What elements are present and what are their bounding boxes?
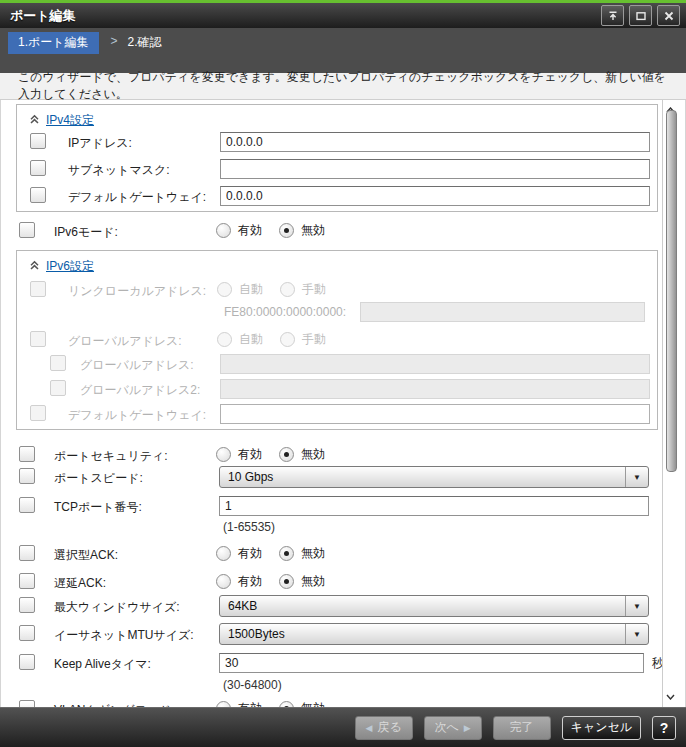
- keep-alive-hint-row: (30-64800): [1, 676, 685, 698]
- global-address-2-checkbox[interactable]: [50, 380, 66, 396]
- chevron-down-icon: ▼: [633, 473, 641, 482]
- ipv6-mode-label: IPv6モード:: [54, 224, 118, 241]
- subnet-mask-row: サブネットマスク:: [17, 158, 657, 180]
- next-button[interactable]: 次へ ▶: [424, 716, 482, 740]
- global-address-1-input[interactable]: [220, 354, 650, 374]
- tcp-port-checkbox[interactable]: [19, 497, 35, 513]
- ip-address-checkbox[interactable]: [30, 133, 46, 149]
- collapse-section-icon[interactable]: [29, 260, 40, 274]
- global-address-1-checkbox[interactable]: [50, 355, 66, 371]
- port-speed-select[interactable]: 10 Gbps ▼: [219, 466, 649, 488]
- selective-ack-row: 選択型ACK: 有効 無効: [1, 543, 685, 565]
- link-local-address-input[interactable]: [360, 302, 645, 322]
- wizard-instruction-text: このウィザードで、プロパティを変更できます。変更したいプロパティのチェックボック…: [0, 73, 686, 100]
- vlan-tagging-row: VLANタギングモード: 有効 無効: [1, 698, 685, 707]
- finish-button[interactable]: 完了: [493, 716, 551, 740]
- ipv6-mode-checkbox[interactable]: [19, 222, 35, 238]
- link-local-manual-radio[interactable]: 手動: [280, 281, 326, 298]
- tcp-port-input[interactable]: [219, 496, 649, 516]
- max-window-label: 最大ウィンドウサイズ:: [54, 599, 180, 616]
- max-window-checkbox[interactable]: [19, 597, 35, 613]
- link-local-checkbox[interactable]: [30, 281, 46, 297]
- link-local-value-row: FE80:0000:0000:0000:: [17, 301, 657, 323]
- scrollbar-thumb[interactable]: [666, 110, 677, 472]
- global-address-label: グローバルアドレス:: [68, 333, 182, 350]
- mtu-value: 1500Bytes: [220, 627, 625, 641]
- keep-alive-checkbox[interactable]: [19, 654, 35, 670]
- step-1-edit-port[interactable]: 1.ポート編集: [8, 32, 99, 54]
- global-address-checkbox[interactable]: [30, 331, 46, 347]
- chevron-down-icon: ▼: [633, 630, 641, 639]
- global-auto-radio[interactable]: 自動: [217, 331, 263, 348]
- vlan-disabled-radio[interactable]: 無効: [279, 700, 325, 707]
- global-address-2-input[interactable]: [220, 379, 650, 399]
- global-address-2-label: グローバルアドレス2:: [80, 382, 200, 399]
- global-manual-radio[interactable]: 手動: [280, 331, 326, 348]
- dialog-footer: ◀ 戻る 次へ ▶ 完了 キャンセル ?: [0, 707, 686, 747]
- ipv6-gateway-checkbox[interactable]: [30, 405, 46, 421]
- close-window-button[interactable]: [657, 5, 680, 26]
- ipv6-gateway-input[interactable]: [220, 404, 650, 424]
- fe80-prefix-label: FE80:0000:0000:0000:: [224, 305, 346, 319]
- dropdown-button[interactable]: ▼: [625, 467, 648, 487]
- subnet-mask-input[interactable]: [220, 159, 650, 179]
- vlan-tagging-label: VLANタギングモード:: [54, 702, 174, 707]
- port-security-disabled-radio[interactable]: 無効: [279, 446, 325, 463]
- selective-ack-disabled-radio[interactable]: 無効: [279, 545, 325, 562]
- port-speed-checkbox[interactable]: [19, 468, 35, 484]
- selective-ack-checkbox[interactable]: [19, 545, 35, 561]
- max-window-row: 最大ウィンドウサイズ: 64KB ▼: [1, 595, 685, 617]
- port-security-enabled-radio[interactable]: 有効: [216, 446, 262, 463]
- collapse-section-icon[interactable]: [29, 114, 40, 128]
- help-button[interactable]: ?: [652, 716, 676, 740]
- collapse-window-button[interactable]: [601, 5, 624, 26]
- mtu-checkbox[interactable]: [19, 625, 35, 641]
- tcp-port-row: TCPポート番号:: [1, 495, 685, 517]
- ipv6-mode-enabled-radio[interactable]: 有効: [216, 222, 262, 239]
- ipv6-settings-link[interactable]: IPv6設定: [46, 258, 94, 275]
- scroll-down-icon[interactable]: [666, 689, 675, 703]
- radio-icon: [216, 701, 231, 707]
- cancel-button[interactable]: キャンセル: [562, 716, 641, 740]
- vlan-enabled-radio[interactable]: 有効: [216, 700, 262, 707]
- global-address-2-row: グローバルアドレス2:: [17, 378, 657, 400]
- max-window-select[interactable]: 64KB ▼: [219, 595, 649, 617]
- finish-button-label: 完了: [510, 719, 534, 736]
- title-bar: ポート編集: [0, 3, 686, 28]
- ipv4-settings-link[interactable]: IPv4設定: [46, 112, 94, 129]
- link-local-auto-radio[interactable]: 自動: [217, 281, 263, 298]
- arrow-left-icon: ◀: [365, 723, 372, 733]
- delayed-ack-disabled-radio[interactable]: 無効: [279, 573, 325, 590]
- radio-icon: [216, 223, 231, 238]
- dropdown-button[interactable]: ▼: [625, 624, 648, 644]
- vlan-tagging-checkbox[interactable]: [19, 700, 35, 707]
- dropdown-button[interactable]: ▼: [625, 596, 648, 616]
- edit-port-dialog: ポート編集 1.ポート編集 > 2.確認 このウィザードで、プロパティを変更でき…: [0, 0, 686, 747]
- ip-address-label: IPアドレス:: [68, 135, 132, 152]
- cancel-button-label: キャンセル: [571, 719, 632, 736]
- port-security-checkbox[interactable]: [19, 446, 35, 462]
- radio-icon: [279, 574, 294, 589]
- ip-address-input[interactable]: [220, 132, 650, 152]
- tcp-port-hint-row: (1-65535): [1, 518, 685, 540]
- vertical-scrollbar[interactable]: [662, 100, 680, 707]
- maximize-window-button[interactable]: [629, 5, 652, 26]
- wizard-step-bar: 1.ポート編集 > 2.確認: [0, 28, 686, 73]
- radio-icon: [280, 282, 295, 297]
- back-button[interactable]: ◀ 戻る: [355, 716, 413, 740]
- ipv4-gateway-input[interactable]: [220, 186, 650, 206]
- ipv6-settings-group: IPv6設定 リンクローカルアドレス: 自動 手動 FE80:0000:0000…: [16, 250, 658, 430]
- ipv6-mode-disabled-radio[interactable]: 無効: [279, 222, 325, 239]
- ipv6-gateway-label: デフォルトゲートウェイ:: [68, 407, 206, 424]
- ipv4-gateway-checkbox[interactable]: [30, 187, 46, 203]
- keep-alive-input[interactable]: [219, 653, 644, 673]
- subnet-mask-checkbox[interactable]: [30, 160, 46, 176]
- mtu-select[interactable]: 1500Bytes ▼: [219, 623, 649, 645]
- keep-alive-row: Keep Aliveタイマ: 秒: [1, 652, 685, 674]
- chevron-down-icon: ▼: [633, 602, 641, 611]
- delayed-ack-enabled-radio[interactable]: 有効: [216, 573, 262, 590]
- selective-ack-enabled-radio[interactable]: 有効: [216, 545, 262, 562]
- ipv6-mode-row: IPv6モード: 有効 無効: [1, 220, 685, 242]
- delayed-ack-checkbox[interactable]: [19, 573, 35, 589]
- radio-icon: [217, 332, 232, 347]
